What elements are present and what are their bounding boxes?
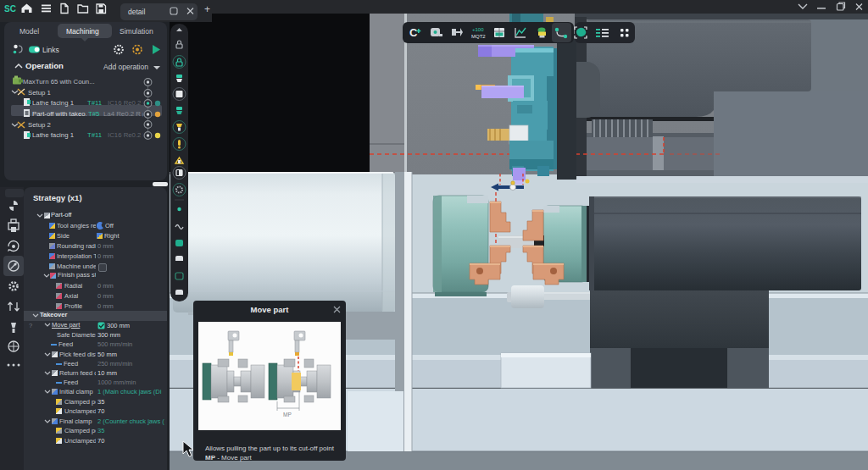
svg-text:MQT2: MQT2 [471,34,486,39]
svg-text:+: + [204,3,210,15]
svg-text:+100: +100 [472,27,484,32]
svg-text:SC: SC [4,4,16,14]
svg-text:C: C [409,26,418,39]
svg-text:MP: MP [283,412,292,417]
